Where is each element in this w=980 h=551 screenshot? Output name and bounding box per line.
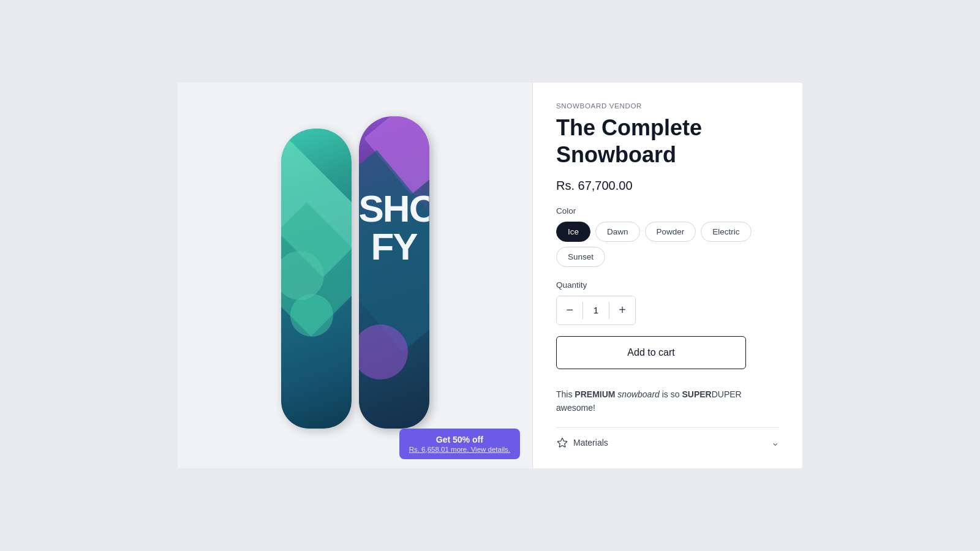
snowboard-container: SHOFY	[281, 122, 429, 429]
materials-chevron-icon: ⌄	[771, 437, 779, 448]
quantity-control: − 1 +	[556, 296, 636, 325]
add-to-cart-button[interactable]: Add to cart	[556, 336, 746, 369]
color-option-sunset[interactable]: Sunset	[556, 247, 605, 267]
materials-accordion[interactable]: Materials ⌄	[556, 427, 779, 449]
quantity-value: 1	[583, 305, 609, 315]
product-price: Rs. 67,700.00	[556, 179, 779, 193]
snowboard-right-text: SHOFY	[359, 190, 429, 266]
desc-snowboard: snowboard	[617, 389, 660, 399]
snowboard-left	[281, 129, 352, 429]
color-option-electric[interactable]: Electric	[701, 222, 751, 242]
promo-subtitle: Rs. 6,658.01 more. View details.	[409, 446, 510, 453]
image-panel: SHOFY Get 50% off Rs. 6,658.01 more. Vie…	[178, 83, 533, 468]
materials-icon	[556, 437, 568, 449]
color-option-ice[interactable]: Ice	[556, 222, 590, 242]
quantity-decrease-button[interactable]: −	[557, 296, 582, 324]
materials-left: Materials	[556, 437, 608, 449]
promo-title: Get 50% off	[409, 435, 510, 444]
details-panel: SNOWBOARD VENDOR The Complete Snowboard …	[533, 83, 802, 468]
board-left-dot	[290, 294, 333, 337]
quantity-increase-button[interactable]: +	[609, 296, 635, 324]
quantity-label: Quantity	[556, 280, 779, 290]
color-option-powder[interactable]: Powder	[645, 222, 696, 242]
color-section-label: Color	[556, 206, 779, 216]
page-wrapper: SHOFY Get 50% off Rs. 6,658.01 more. Vie…	[0, 0, 980, 551]
color-options: Ice Dawn Powder Electric Sunset	[556, 222, 779, 267]
desc-premium: PREMIUM	[575, 389, 615, 399]
color-option-dawn[interactable]: Dawn	[595, 222, 640, 242]
desc-super: SUPER	[682, 389, 711, 399]
product-card: SHOFY Get 50% off Rs. 6,658.01 more. Vie…	[178, 83, 802, 468]
promo-banner[interactable]: Get 50% off Rs. 6,658.01 more. View deta…	[399, 429, 520, 459]
product-description: This PREMIUM snowboard is so SUPERDUPER …	[556, 388, 779, 415]
product-title: The Complete Snowboard	[556, 114, 779, 167]
materials-label: Materials	[573, 438, 608, 448]
vendor-label: SNOWBOARD VENDOR	[556, 102, 779, 110]
snowboard-right: SHOFY	[359, 116, 429, 429]
